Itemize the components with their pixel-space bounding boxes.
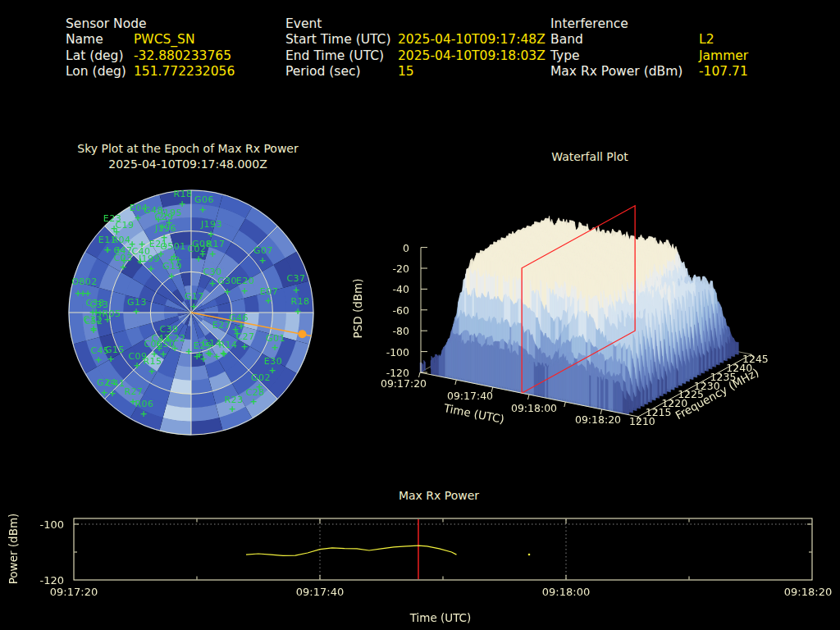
interference-power-value: -107.71	[699, 64, 748, 79]
satellite-marker-icon: +	[240, 341, 248, 352]
sensor-name-row: NamePWCS_SN	[66, 32, 235, 48]
event-start-row: Start Time (UTC)2025-04-10T09:17:48Z	[285, 32, 546, 48]
satellite-marker-icon: +	[185, 346, 192, 357]
waterfall-z-tick-label: -80	[393, 325, 409, 337]
sensor-lat-value: -32.880233765	[134, 48, 231, 63]
satellite-marker-icon: +	[132, 306, 139, 317]
power-plot-title: Max Rx Power	[357, 488, 521, 504]
event-end-label: End Time (UTC)	[285, 48, 398, 64]
satellite-marker-icon: +	[148, 366, 155, 377]
sensor-lat-row: Lat (deg)-32.880233765	[66, 48, 235, 64]
interference-band-row: BandL2	[550, 32, 748, 48]
power-x-tick-label: 09:17:40	[296, 586, 344, 598]
satellite-marker-icon: +	[133, 360, 140, 371]
satellite-marker-icon: +	[119, 262, 126, 272]
satellite-marker-icon: +	[108, 388, 116, 399]
interference-type-row: TypeJammer	[550, 48, 748, 64]
waterfall-frequency-tick-label: 1245	[742, 353, 769, 365]
interference-panel: Interference BandL2 TypeJammer Max Rx Po…	[550, 16, 748, 80]
sensor-lon-row: Lon (deg)151.772232056	[66, 64, 235, 80]
power-x-tick-label: 09:17:20	[50, 586, 98, 598]
waterfall-z-tick-label: -20	[393, 262, 409, 275]
waterfall-z-tick-label: -60	[393, 304, 409, 316]
waterfall-z-tick-label: -40	[393, 283, 409, 295]
satellite-marker-icon: +	[94, 354, 102, 365]
satellite-marker-icon: +	[89, 325, 97, 336]
satellite-marker-icon: +	[219, 348, 226, 358]
power-x-tick-label: 09:18:20	[784, 586, 832, 598]
interference-band-label: Band	[550, 32, 699, 48]
event-end-value: 2025-04-10T09:18:03Z	[398, 48, 546, 63]
interference-power-row: Max Rx Power (dBm)-107.71	[550, 64, 748, 80]
satellite-marker-icon: +	[233, 328, 240, 339]
event-period-value: 15	[398, 64, 414, 79]
event-period-row: Period (sec)15	[285, 64, 546, 80]
satellite-marker-icon: +	[103, 314, 111, 325]
interference-band-value: L2	[699, 32, 714, 47]
satellite-marker-icon: +	[264, 295, 272, 306]
sky-plot-title: Sky Plot at the Epoch of Max Rx Power	[59, 141, 317, 157]
satellite-marker-icon: +	[223, 286, 231, 297]
power-y-tick-label: -120	[39, 574, 64, 587]
power-plot-frame	[74, 518, 812, 580]
power-trace-point	[528, 554, 531, 556]
satellite-marker-icon: +	[228, 404, 235, 414]
sensor-node-panel: Sensor Node NamePWCS_SN Lat (deg)-32.880…	[66, 16, 235, 80]
event-start-value: 2025-04-10T09:17:48Z	[398, 32, 546, 47]
event-period-label: Period (sec)	[285, 64, 398, 80]
satellite-marker-icon: +	[134, 212, 141, 223]
satellite-marker-icon: +	[74, 288, 81, 299]
sensor-lon-value: 151.772232056	[134, 64, 235, 79]
satellite-label: C37	[286, 273, 305, 284]
waterfall-time-tick-label: 09:18:20	[575, 413, 621, 426]
satellite-marker-icon: +	[103, 244, 111, 255]
satellite-marker-icon: +	[139, 409, 147, 419]
satellite-marker-icon: +	[271, 342, 278, 353]
power-x-axis-label: Time (UTC)	[358, 611, 523, 624]
sensor-lat-label: Lat (deg)	[66, 48, 134, 64]
satellite-marker-icon: +	[199, 204, 206, 215]
satellite-marker-icon: +	[167, 271, 175, 281]
interference-power-label: Max Rx Power (dBm)	[550, 64, 699, 80]
satellite-marker-icon: +	[294, 306, 301, 317]
satellite-marker-icon: +	[84, 288, 91, 299]
satellite-marker-icon: +	[189, 301, 197, 312]
waterfall-z-axis-label: PSD (dBm)	[351, 279, 364, 339]
satellite-marker-icon: +	[128, 239, 135, 249]
power-trace	[246, 546, 457, 555]
waterfall-time-tick-label: 09:18:00	[511, 402, 557, 414]
satellite-marker-icon: +	[240, 285, 248, 296]
satellite-marker-icon: +	[208, 278, 216, 289]
sky-plot-epoch: 2025-04-10T09:17:48.000Z	[59, 157, 317, 172]
satellite-marker-icon: +	[292, 285, 299, 295]
event-end-row: End Time (UTC)2025-04-10T09:18:03Z	[285, 48, 546, 64]
event-panel: Event Start Time (UTC)2025-04-10T09:17:4…	[285, 16, 546, 80]
waterfall-z-tick-label: -100	[386, 345, 409, 358]
satellite-marker-icon: +	[92, 307, 99, 317]
satellite-marker-icon: +	[138, 239, 145, 249]
interference-type-label: Type	[550, 48, 699, 64]
waterfall-z-tick-label: 0	[403, 241, 409, 253]
satellite-marker-icon: +	[249, 396, 257, 407]
satellite-marker-icon: +	[107, 354, 114, 364]
event-start-label: Start Time (UTC)	[285, 32, 398, 48]
waterfall-canvas	[345, 156, 804, 439]
waterfall-time-tick-label: 09:17:40	[447, 390, 493, 402]
satellite-marker-icon: +	[194, 253, 202, 264]
satellite-marker-icon: +	[174, 254, 181, 265]
sensor-name-label: Name	[66, 32, 134, 48]
power-x-tick-label: 09:18:00	[542, 586, 590, 598]
satellite-label: E27	[212, 320, 231, 331]
sensor-name-value: PWCS_SN	[134, 32, 195, 47]
power-y-axis-label: Power (dBm)	[7, 514, 20, 585]
satellite-marker-icon: +	[258, 255, 266, 266]
satellite-marker-icon: +	[147, 263, 154, 274]
waterfall-time-tick-label: 09:17:20	[381, 377, 427, 390]
sensor-node-title: Sensor Node	[66, 16, 235, 32]
power-y-tick-label: -100	[39, 518, 64, 531]
interference-title: Interference	[550, 16, 748, 32]
sky-plot-title-block: Sky Plot at the Epoch of Max Rx Power 20…	[59, 141, 317, 172]
satellite-label: O802	[71, 276, 98, 287]
interference-dashboard: { "header": { "sensor": { "title": "Sens…	[0, 0, 840, 630]
event-title: Event	[285, 16, 546, 32]
